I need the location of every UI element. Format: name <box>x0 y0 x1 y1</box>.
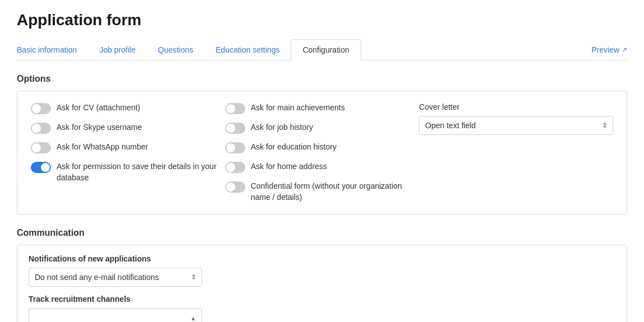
toggle-label-permission: Ask for permission to save their details… <box>57 161 225 183</box>
communication-section: Communication Notifications of new appli… <box>17 228 627 322</box>
toggle-track-cv[interactable] <box>31 103 51 114</box>
toggle-track-whatsapp[interactable] <box>31 142 51 153</box>
toggle-ask-home-address[interactable] <box>225 162 245 173</box>
toggle-track-home-address[interactable] <box>225 162 245 173</box>
tab-education-settings[interactable]: Education settings <box>204 40 291 60</box>
toggle-row-job-history: Ask for job history <box>225 122 419 134</box>
page-title: Application form <box>17 11 627 29</box>
toggle-label-cv: Ask for CV (attachment) <box>57 102 140 114</box>
toggle-label-home-address: Ask for home address <box>251 161 327 172</box>
toggle-track-edu-history[interactable] <box>225 142 245 153</box>
external-link-icon: ↗ <box>622 46 627 54</box>
toggle-ask-achievements[interactable] <box>225 103 245 114</box>
notifications-select[interactable]: Do not send any e-mail notifications Sen… <box>29 268 202 287</box>
toggle-row-edu-history: Ask for education history <box>225 142 419 153</box>
tab-basic-information[interactable]: Basic information <box>17 40 88 60</box>
toggle-row-achievements: Ask for main achievements <box>225 102 419 114</box>
options-card: Ask for CV (attachment) Ask for Skype us… <box>17 91 627 214</box>
notifications-select-wrapper: Do not send any e-mail notifications Sen… <box>29 268 202 287</box>
toggle-label-skype: Ask for Skype username <box>57 122 142 133</box>
tab-configuration[interactable]: Configuration <box>291 39 361 60</box>
toggle-track-achievements[interactable] <box>225 103 245 114</box>
toggle-ask-confidential[interactable] <box>225 181 245 193</box>
toggle-track-confidential[interactable] <box>225 181 245 193</box>
tabs-bar: Basic information Job profile Questions … <box>17 39 627 60</box>
toggle-track-permission[interactable] <box>31 162 51 173</box>
cover-letter-select-wrapper: Open text field No cover letter File upl… <box>419 116 613 135</box>
toggle-ask-cv[interactable] <box>31 103 51 114</box>
toggle-label-whatsapp: Ask for WhatsApp number <box>57 142 148 153</box>
preview-button[interactable]: Preview ↗ <box>591 45 627 54</box>
toggle-track-skype[interactable] <box>31 123 51 134</box>
tab-job-profile[interactable]: Job profile <box>88 40 147 60</box>
toggle-label-job-history: Ask for job history <box>251 122 313 133</box>
toggle-row-skype: Ask for Skype username <box>31 122 225 134</box>
toggle-ask-job-history[interactable] <box>225 123 245 134</box>
notifications-label: Notifications of new applications <box>29 254 615 263</box>
toggle-row-home-address: Ask for home address <box>225 161 419 173</box>
track-select-wrapper[interactable] <box>29 308 202 322</box>
options-section-title: Options <box>17 74 627 84</box>
toggle-ask-skype[interactable] <box>31 123 51 134</box>
toggle-label-confidential: Confidential form (without your organiza… <box>251 181 419 203</box>
cover-letter-label: Cover letter <box>419 102 613 111</box>
cover-letter-select[interactable]: Open text field No cover letter File upl… <box>419 116 613 135</box>
communication-card: Notifications of new applications Do not… <box>17 245 627 322</box>
page-container: Application form Basic information Job p… <box>0 0 644 322</box>
options-grid: Ask for CV (attachment) Ask for Skype us… <box>31 102 613 203</box>
toggle-track-job-history[interactable] <box>225 123 245 134</box>
toggle-ask-whatsapp[interactable] <box>31 142 51 153</box>
track-label: Track recruitment channels <box>29 295 615 304</box>
toggle-ask-permission[interactable] <box>31 162 51 173</box>
toggle-row-cv: Ask for CV (attachment) <box>31 102 225 114</box>
toggle-row-whatsapp: Ask for WhatsApp number <box>31 142 225 153</box>
toggle-label-achievements: Ask for main achievements <box>251 102 345 114</box>
toggle-row-permission: Ask for permission to save their details… <box>31 161 225 183</box>
toggle-ask-edu-history[interactable] <box>225 142 245 153</box>
toggle-label-edu-history: Ask for education history <box>251 142 337 153</box>
tab-questions[interactable]: Questions <box>147 40 204 60</box>
cover-letter-col: Cover letter Open text field No cover le… <box>419 102 613 203</box>
options-col-2: Ask for main achievements Ask for job hi… <box>225 102 419 203</box>
options-col-1: Ask for CV (attachment) Ask for Skype us… <box>31 102 225 203</box>
toggle-row-confidential: Confidential form (without your organiza… <box>225 181 419 203</box>
communication-section-title: Communication <box>17 228 627 238</box>
